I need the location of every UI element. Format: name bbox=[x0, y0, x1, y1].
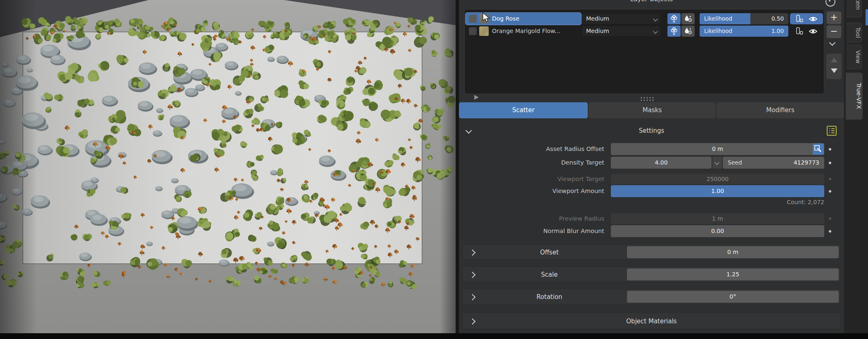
density-target-label: Density Target bbox=[464, 157, 604, 169]
visibility-toggle-group bbox=[790, 13, 823, 24]
scatter-panel: Layer Objects Dog Rose Medium bbox=[459, 0, 844, 333]
viewport-amount-label: Viewport Amount bbox=[464, 185, 604, 197]
section-object-materials[interactable]: Object Materials bbox=[462, 313, 841, 329]
rotation-value-field[interactable]: 0° bbox=[627, 291, 839, 303]
tab-scatter[interactable]: Scatter bbox=[459, 102, 588, 118]
droplet-clock-icon bbox=[684, 27, 693, 36]
seed-label: Seed bbox=[723, 159, 742, 166]
settings-title: Settings bbox=[459, 124, 844, 138]
section-label: Offset bbox=[487, 245, 611, 260]
display-toggle-icon[interactable] bbox=[795, 27, 804, 36]
scatter-count-label: Count: 2,072 bbox=[459, 199, 824, 205]
preset-value: Medium bbox=[586, 28, 609, 34]
seed-field[interactable]: Seed 4129773 bbox=[723, 157, 824, 169]
preset-value: Medium bbox=[586, 15, 609, 22]
layer-checkbox[interactable] bbox=[469, 27, 477, 35]
scatter-bush-icon bbox=[669, 27, 679, 36]
list-expand-triangle[interactable] bbox=[474, 95, 479, 100]
screen-pick-icon bbox=[813, 144, 824, 155]
likelihood-slider[interactable]: Likelihood 1.00 bbox=[700, 26, 788, 37]
move-up-button[interactable] bbox=[831, 58, 837, 62]
section-scale[interactable]: Scale 1.25 bbox=[462, 266, 841, 282]
normal-blur-field[interactable]: 0.00 bbox=[611, 225, 824, 237]
animate-dot[interactable] bbox=[829, 148, 831, 151]
section-label: Object Materials bbox=[463, 313, 840, 329]
filter-icon bbox=[825, 0, 835, 7]
window-bottom-edge bbox=[0, 333, 868, 339]
tab-masks[interactable]: Masks bbox=[589, 102, 716, 118]
animate-dot[interactable] bbox=[829, 162, 831, 164]
layer-objects-list: Dog Rose Medium bbox=[464, 9, 824, 94]
preview-radius-label: Preview Radius bbox=[464, 213, 604, 224]
viewport-target-field: 250000 bbox=[611, 174, 824, 184]
chevron-down-icon bbox=[653, 29, 658, 33]
scatter-bush-icon bbox=[669, 14, 679, 24]
radius-picker-button[interactable] bbox=[813, 144, 824, 155]
scatter-toggle[interactable] bbox=[667, 26, 681, 37]
section-label: Scale bbox=[487, 267, 611, 282]
list-resize-grip[interactable] bbox=[640, 97, 654, 101]
scrollbar-thumb[interactable] bbox=[866, 9, 868, 26]
list-filter-button[interactable] bbox=[824, 0, 838, 7]
eye-icon[interactable] bbox=[809, 28, 818, 35]
normal-blur-label: Normal Blur Amount bbox=[464, 225, 604, 237]
density-dropdown-button[interactable] bbox=[712, 157, 722, 169]
move-down-button[interactable] bbox=[831, 68, 837, 73]
likelihood-slider[interactable]: Likelihood 0.50 bbox=[700, 13, 788, 24]
animate-dot[interactable] bbox=[829, 230, 831, 233]
preset-dropdown[interactable]: Medium bbox=[582, 26, 661, 37]
slider-label: Likelihood bbox=[704, 13, 732, 24]
editor-divider[interactable] bbox=[456, 0, 459, 333]
density-target-field[interactable]: 4.00 bbox=[611, 157, 712, 169]
viewport-target-label: Viewport Target bbox=[464, 174, 604, 184]
panel-title-clip: Layer Objects bbox=[459, 0, 844, 4]
tab-modifiers[interactable]: Modifiers bbox=[717, 102, 844, 118]
scatter-toggle[interactable] bbox=[667, 13, 681, 24]
weather-toggle[interactable] bbox=[681, 26, 695, 37]
list-item[interactable]: Orange Marigold Flow... Medium bbox=[466, 25, 823, 37]
viewport-vignette bbox=[0, 0, 37, 333]
list-menu-chevron[interactable] bbox=[829, 40, 836, 46]
viewport-amount-slider[interactable]: 1.00 bbox=[611, 185, 824, 197]
remove-layer-button[interactable]: − bbox=[826, 25, 842, 38]
tab-tool[interactable]: Tool bbox=[847, 23, 862, 42]
section-offset[interactable]: Offset 0 m bbox=[462, 244, 841, 260]
eye-icon[interactable] bbox=[809, 16, 818, 22]
tab-view[interactable]: View bbox=[847, 45, 862, 69]
asset-radius-offset-label: Asset Radius Offset bbox=[464, 143, 604, 155]
visibility-toggle-group bbox=[790, 26, 823, 37]
seed-value: 4129773 bbox=[794, 157, 819, 169]
tab-item[interactable]: Item bbox=[847, 0, 862, 17]
chevron-right-icon bbox=[469, 294, 476, 301]
chevron-down-icon bbox=[653, 16, 658, 21]
3d-viewport[interactable] bbox=[0, 0, 458, 333]
display-toggle-icon[interactable] bbox=[795, 14, 804, 24]
offset-value-field[interactable]: 0 m bbox=[627, 246, 839, 258]
asset-radius-offset-field[interactable]: 0 m bbox=[611, 143, 824, 155]
chevron-down-icon bbox=[714, 160, 719, 165]
chevron-right-icon bbox=[469, 250, 476, 256]
mouse-cursor bbox=[482, 12, 491, 23]
chevron-right-icon bbox=[469, 272, 476, 278]
layer-name[interactable]: Dog Rose bbox=[492, 13, 519, 25]
scale-value-field[interactable]: 1.25 bbox=[627, 268, 839, 280]
animate-dot bbox=[829, 217, 831, 220]
add-layer-button[interactable]: + bbox=[826, 11, 842, 24]
section-rotation[interactable]: Rotation 0° bbox=[462, 289, 841, 304]
weather-toggle[interactable] bbox=[681, 13, 695, 24]
scattered-assets-layer bbox=[0, 0, 458, 333]
slider-label: Likelihood bbox=[704, 26, 732, 37]
layer-name[interactable]: Orange Marigold Flow... bbox=[492, 25, 560, 37]
preview-radius-field: 1 m bbox=[611, 213, 824, 224]
slider-value: 1.00 bbox=[771, 26, 784, 37]
animate-dot[interactable] bbox=[829, 190, 831, 193]
droplet-clock-icon bbox=[684, 14, 693, 24]
preset-dropdown[interactable]: Medium bbox=[582, 13, 661, 24]
reorder-spinner bbox=[826, 54, 842, 79]
panel-title: Layer Objects bbox=[459, 0, 844, 3]
layer-checkbox[interactable] bbox=[469, 15, 477, 23]
asset-thumbnail bbox=[479, 26, 489, 36]
list-item[interactable]: Dog Rose Medium bbox=[466, 13, 823, 25]
section-label: Rotation bbox=[487, 289, 611, 305]
tab-true-vfx[interactable]: True-VFX bbox=[846, 73, 863, 120]
